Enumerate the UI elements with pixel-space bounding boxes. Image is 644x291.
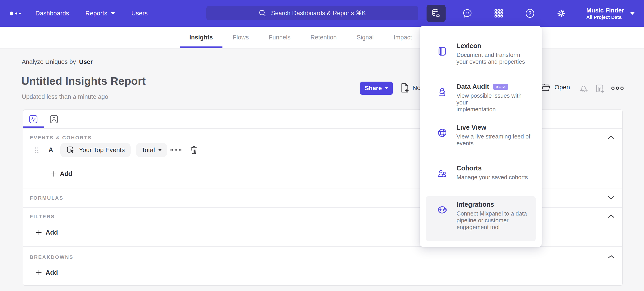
active-view-underline [23,126,44,128]
settings-button[interactable] [552,5,571,22]
drag-handle-icon[interactable] [35,147,39,153]
metric-value: Total [142,146,155,154]
menu-item-title: Lexicon [456,42,482,50]
cursor-click-icon [66,145,75,155]
nav-dashboards[interactable]: Dashboards [35,10,69,17]
add-filter-button[interactable]: Add [36,229,58,236]
feedback-button[interactable] [458,5,477,22]
tab-label: Flows [233,34,249,41]
collapse-breakdowns-button[interactable] [608,255,614,259]
data-audit-lock-icon [437,87,448,97]
search-placeholder: Search Dashboards & Reports ⌘K [271,9,366,17]
analysis-context: Analyze Uniques byUser [22,58,93,65]
plus-icon [50,171,56,177]
project-info: Music Finder All Project Data [586,7,624,20]
formulas-section-label: FORMULAS [30,195,64,201]
plus-icon [36,270,42,276]
page-title[interactable]: Untitled Insights Report [21,75,146,87]
menu-item-cohorts[interactable]: Cohorts Manage your saved cohorts [426,160,536,185]
primary-nav: Dashboards Reports Users [35,0,148,27]
chevron-down-icon [111,12,115,14]
filters-section-label: FILTERS [30,214,55,220]
add-label: Add [46,269,58,276]
search-icon [259,9,266,17]
menu-item-title: Live View [456,124,486,131]
menu-item-description: Document and transform your events and p… [456,51,531,65]
metric-dropdown[interactable]: Total [136,143,167,157]
add-to-board-button[interactable] [594,83,605,94]
chevron-up-icon [608,135,614,139]
tab-chart-view[interactable] [29,115,38,123]
menu-item-lexicon[interactable]: Lexicon Document and transform your even… [426,38,536,70]
trash-icon [189,145,198,155]
ellipsis-icon [170,148,182,152]
plus-icon [36,230,42,236]
events-section-label: EVENTS & COHORTS [30,135,92,141]
help-button[interactable]: ? [520,5,540,22]
menu-item-integrations[interactable]: Integrations Connect Mixpanel to a data … [426,196,536,241]
tab-label: Impact [394,34,412,41]
chevron-down-icon [630,12,635,15]
apps-grid-button[interactable] [489,5,508,22]
folder-icon [540,82,551,92]
menu-item-description: View possible issues with your implement… [456,92,531,113]
share-label: Share [365,85,382,92]
search-input[interactable]: Search Dashboards & Reports ⌘K [206,6,418,20]
nav-reports[interactable]: Reports [86,10,115,17]
context-value[interactable]: User [79,58,93,65]
lexicon-book-icon [437,46,448,57]
create-alert-button[interactable] [578,83,589,94]
data-management-menu: Lexicon Document and transform your even… [420,26,542,247]
share-button[interactable]: Share [360,82,393,95]
nav-utilities: ? Music Finder All Project Data [426,0,635,27]
grid-icon [494,8,504,18]
logo-dot [19,13,21,14]
project-switcher[interactable]: Music Finder All Project Data [586,7,635,20]
project-name: Music Finder [586,7,624,14]
new-report-button[interactable]: Ne [400,83,421,93]
mixpanel-logo[interactable] [10,0,21,27]
collapse-filters-button[interactable] [608,214,614,218]
report-tabbar: Insights Flows Funnels Retention Signal … [0,27,644,48]
person-card-icon [50,115,58,123]
menu-item-title: Integrations [456,201,494,208]
add-label: Add [46,229,58,236]
event-selector-button[interactable]: Your Top Events [60,143,130,157]
menu-item-data-audit[interactable]: Data Audit BETA View possible issues wit… [426,78,536,117]
expand-formulas-button[interactable] [608,196,614,200]
document-plus-icon [400,83,409,93]
tab-impact[interactable]: Impact [394,26,412,48]
tab-insights[interactable]: Insights [189,26,213,48]
context-label: Analyze Uniques by [22,58,76,65]
collapse-events-button[interactable] [608,135,614,139]
menu-item-live-view[interactable]: Live View View a live streaming feed of … [426,119,536,151]
data-management-button[interactable] [426,5,446,22]
chevron-down-icon [385,87,388,89]
more-actions-button[interactable] [611,86,624,91]
nav-users-label: Users [131,10,148,17]
bell-plus-icon [578,83,589,94]
breakdowns-section-label: BREAKDOWNS [30,254,74,260]
updated-timestamp: Updated less than a minute ago [22,93,108,100]
chevron-down-icon [158,149,162,151]
tab-flows[interactable]: Flows [233,26,249,48]
event-more-button[interactable] [170,148,182,152]
chat-bubble-icon [462,8,472,18]
chevron-down-icon [608,196,614,200]
add-event-button[interactable]: Add [50,170,72,177]
tab-funnels[interactable]: Funnels [269,26,290,48]
nav-users[interactable]: Users [131,10,148,17]
tab-users-view[interactable] [50,115,58,123]
tab-label: Retention [310,34,337,41]
logo-dot [15,12,17,14]
add-breakdown-button[interactable]: Add [36,269,58,276]
delete-event-button[interactable] [189,145,198,155]
logo-dot [10,11,13,15]
event-series-letter: A [48,146,53,153]
open-button[interactable]: Open [540,82,570,92]
add-label: Add [60,170,72,177]
tab-retention[interactable]: Retention [310,26,337,48]
tab-signal[interactable]: Signal [357,26,374,48]
chevron-up-icon [608,255,614,259]
top-nav: Dashboards Reports Users Search Dashboar… [0,0,644,27]
